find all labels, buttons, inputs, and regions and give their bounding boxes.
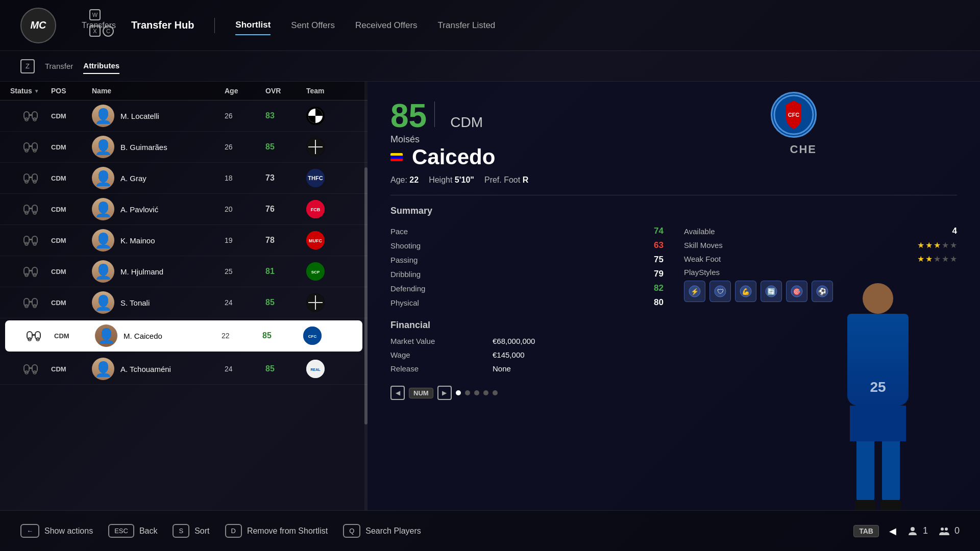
player-age: 26: [225, 112, 265, 120]
player-row[interactable]: CDM B. Guimarães 26 85: [0, 132, 368, 163]
sort-action[interactable]: S Sort: [173, 524, 209, 538]
player-row[interactable]: CDM K. Mainoo 19 78 MUFC: [0, 225, 368, 256]
sort-arrow-icon: ▼: [34, 88, 39, 94]
svg-text:FCB: FCB: [311, 207, 321, 212]
pos-badge: CDM: [51, 268, 92, 276]
player-avatar: [92, 291, 114, 314]
stat-physical: Physical 80: [390, 295, 664, 310]
player-avatar: [92, 105, 114, 127]
remove-action[interactable]: D Remove from Shortlist: [225, 524, 328, 538]
status-icon: [10, 363, 51, 374]
team-badge: MUFC: [306, 231, 325, 249]
status-icon: [10, 235, 51, 246]
dot-3[interactable]: [474, 390, 479, 395]
received-offers-tab[interactable]: Received Offers: [355, 16, 418, 35]
player-row[interactable]: CDM A. Pavlović 20 76 FCB: [0, 194, 368, 225]
search-key: Q: [343, 524, 360, 538]
player-info: M. Hjulmand: [92, 260, 225, 283]
show-actions-action[interactable]: ← Show actions: [20, 524, 93, 538]
ovr-value: 85: [265, 298, 306, 307]
player-avatar: [95, 324, 117, 347]
back-action[interactable]: ESC Back: [108, 524, 157, 538]
status-icon: [13, 330, 54, 341]
player-age: 19: [225, 236, 265, 244]
player-name: A. Pavlović: [120, 205, 158, 214]
player-info: A. Pavlović: [92, 198, 225, 220]
player-last-name: Caicedo: [412, 145, 495, 169]
stat-dribbling: Dribbling 79: [390, 267, 664, 281]
status-icon: [10, 141, 51, 153]
svg-point-74: [911, 527, 915, 531]
shortlist-tab[interactable]: Shortlist: [235, 16, 271, 35]
bottom-bar: ← Show actions ESC Back S Sort D Remove …: [0, 510, 980, 551]
player-row[interactable]: CDM M. Hjulmand 25 81 SCP: [0, 256, 368, 287]
status-icon: [10, 297, 51, 308]
player-row-selected[interactable]: CDM M. Caicedo 22 85 CFC: [5, 320, 362, 352]
svg-rect-2: [29, 114, 33, 116]
dot-1[interactable]: [456, 390, 461, 395]
svg-text:🛡: 🛡: [717, 288, 724, 295]
physical-value: 80: [654, 297, 664, 308]
pos-badge: CDM: [51, 143, 92, 151]
player-name: M. Locatelli: [120, 112, 159, 120]
transfer-listed-tab[interactable]: Transfer Listed: [438, 16, 496, 35]
pace-value: 74: [654, 226, 664, 236]
dot-4[interactable]: [483, 390, 488, 395]
player-row[interactable]: CDM S. Tonali 24 85: [0, 287, 368, 318]
player-info: A. Gray: [92, 167, 225, 189]
stat-shooting: Shooting 63: [390, 238, 664, 253]
svg-text:REAL: REAL: [310, 368, 321, 371]
player-name: A. Gray: [120, 174, 146, 183]
sub-header: Z Transfer Attributes: [0, 51, 980, 82]
search-action[interactable]: Q Search Players: [343, 524, 421, 538]
counter-2: 0: [938, 525, 960, 537]
svg-text:💪: 💪: [742, 287, 750, 296]
player-row[interactable]: CDM A. Gray 18 73 THFC: [0, 163, 368, 194]
svg-rect-55: [29, 367, 33, 369]
transfer-sub-tab[interactable]: Transfer: [45, 59, 73, 73]
svg-rect-48: [32, 334, 36, 336]
status-icon: [10, 266, 51, 277]
pos-column-header: POS: [51, 87, 92, 95]
player-age-value: 22: [409, 176, 419, 184]
sent-offers-tab[interactable]: Sent Offers: [291, 16, 335, 35]
header-tabs: Shortlist Sent Offers Received Offers Tr…: [235, 16, 495, 35]
svg-text:CFC: CFC: [308, 334, 317, 339]
detail-panel: CFC CHE 85 CDM Moisés Caicedo Age: 22 He…: [368, 82, 980, 510]
tab-key-badge: TAB: [853, 525, 879, 537]
pos-badge: CDM: [51, 112, 92, 120]
counter-1: 1: [906, 525, 928, 537]
sort-key: S: [173, 524, 189, 538]
transfer-hub-nav[interactable]: Transfer Hub: [131, 15, 194, 35]
pos-badge: CDM: [51, 299, 92, 307]
player-avatar: [92, 136, 114, 158]
playstyle-icon: 🛡: [709, 281, 731, 302]
stats-left: Pace 74 Shooting 63 Passing 75 Dribbling…: [390, 224, 664, 310]
team-column-header: Team: [306, 87, 357, 95]
header-nav: Transfers Transfer Hub Shortlist Sent Of…: [82, 15, 960, 35]
player-row[interactable]: CDM M. Locatelli 26 83: [0, 101, 368, 132]
attributes-sub-tab[interactable]: Attributes: [83, 58, 119, 74]
player-ovr: 85: [390, 99, 427, 132]
player-foot: R: [523, 176, 529, 184]
player-avatar: [92, 358, 114, 380]
svg-rect-21: [29, 208, 33, 209]
player-age: 20: [225, 205, 265, 213]
svg-text:SCP: SCP: [311, 270, 320, 274]
list-header: Status ▼ POS Name Age OVR Team: [0, 82, 368, 101]
person-icon: [906, 525, 919, 537]
back-arrow-icon: ◀: [889, 525, 896, 537]
pos-badge: CDM: [51, 365, 92, 373]
player-row[interactable]: CDM A. Tchouaméni 24 85 REAL: [0, 354, 368, 385]
next-arrow[interactable]: ▶: [437, 386, 452, 400]
player-age: 25: [225, 267, 265, 276]
svg-text:🔄: 🔄: [767, 287, 776, 296]
nationality-flag: [390, 153, 403, 161]
team-badge: CFC: [303, 327, 322, 345]
z-key-badge: Z: [20, 59, 35, 73]
dot-2[interactable]: [465, 390, 470, 395]
dot-5[interactable]: [493, 390, 498, 395]
sort-label: Sort: [194, 527, 209, 536]
prev-arrow[interactable]: ◀: [390, 386, 405, 400]
svg-rect-28: [29, 239, 33, 240]
